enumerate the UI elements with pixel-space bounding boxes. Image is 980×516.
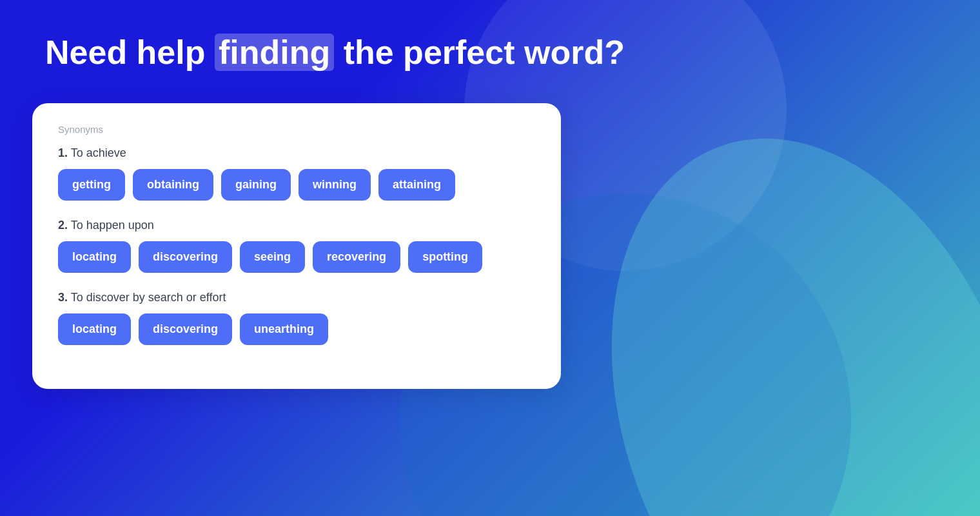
title-after: the perfect word? (334, 34, 625, 71)
tag-unearthing[interactable]: unearthing (240, 313, 328, 345)
tag-locating-2[interactable]: locating (58, 313, 131, 345)
section-1-title: 1. To achieve (58, 146, 535, 160)
page-title: Need help finding the perfect word? (45, 32, 935, 72)
tag-obtaining[interactable]: obtaining (133, 169, 213, 201)
section-3: 3. To discover by search or effort locat… (58, 291, 535, 345)
section-2-tags: locating discovering seeing recovering s… (58, 241, 535, 273)
header: Need help finding the perfect word? (0, 0, 980, 92)
tag-getting[interactable]: getting (58, 169, 125, 201)
section-3-tags: locating discovering unearthing (58, 313, 535, 345)
tag-discovering-1[interactable]: discovering (139, 241, 232, 273)
section-1-tags: getting obtaining gaining winning attain… (58, 169, 535, 201)
tag-discovering-2[interactable]: discovering (139, 313, 232, 345)
tag-spotting[interactable]: spotting (408, 241, 482, 273)
section-2-title: 2. To happen upon (58, 219, 535, 232)
tag-recovering[interactable]: recovering (313, 241, 400, 273)
section-2: 2. To happen upon locating discovering s… (58, 219, 535, 273)
synonyms-card: Synonyms 1. To achieve getting obtaining… (32, 103, 561, 389)
title-before: Need help (45, 34, 215, 71)
tag-winning[interactable]: winning (299, 169, 371, 201)
tag-seeing[interactable]: seeing (240, 241, 305, 273)
section-1: 1. To achieve getting obtaining gaining … (58, 146, 535, 201)
tag-gaining[interactable]: gaining (221, 169, 291, 201)
title-highlight: finding (215, 34, 334, 71)
tag-locating-1[interactable]: locating (58, 241, 131, 273)
synonyms-label: Synonyms (58, 124, 535, 135)
section-3-title: 3. To discover by search or effort (58, 291, 535, 304)
tag-attaining[interactable]: attaining (378, 169, 455, 201)
